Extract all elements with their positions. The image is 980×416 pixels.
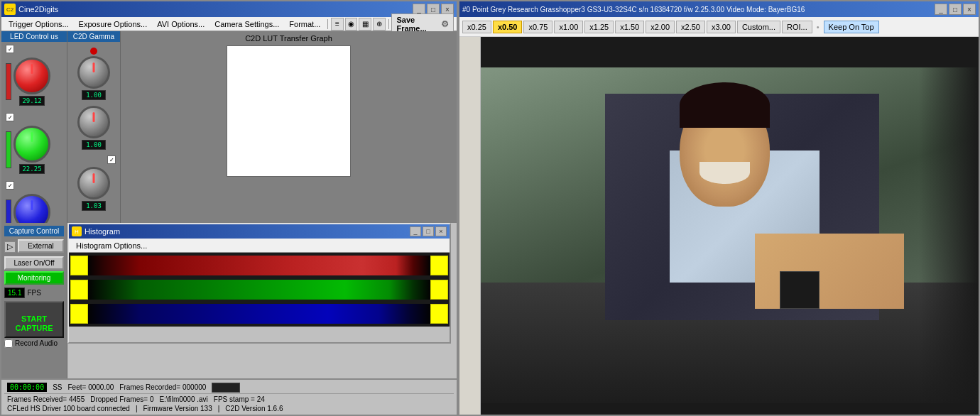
timecode-display: 00:00:00 — [7, 383, 47, 392]
zoom-025[interactable]: x0.25 — [462, 21, 491, 33]
blue-knob[interactable] — [13, 194, 50, 223]
app-title: Cine2Digits — [18, 5, 58, 13]
record-audio-checkbox[interactable] — [4, 339, 13, 348]
histogram-red-yellow-left — [70, 256, 88, 275]
lower-content: Capture Control ▷ External Laser On/Off … — [1, 223, 457, 378]
external-row: ▷ External — [4, 239, 64, 254]
right-app: #0 Point Grey Research Grasshopper3 GS3-… — [458, 0, 980, 416]
histogram-red-bar — [88, 256, 430, 275]
menu-format[interactable]: Format... — [285, 18, 325, 30]
zoom-125[interactable]: x1.25 — [584, 21, 614, 33]
gamma-dot-red — [90, 48, 97, 55]
gamma-knob-3[interactable]: 1.03 — [72, 167, 116, 211]
external-button[interactable]: External — [18, 239, 64, 253]
c2d-version: C2D Version 1.6.6 — [225, 405, 283, 412]
led-green-knob[interactable]: 22.25 — [13, 126, 50, 174]
zoom-200[interactable]: x2.00 — [646, 21, 675, 33]
red-knob-value: 29.12 — [19, 96, 44, 106]
right-tb-controls: _ □ × — [935, 4, 976, 15]
histogram-maximize[interactable]: □ — [423, 226, 434, 236]
right-close[interactable]: × — [963, 4, 976, 15]
led-blue-knob[interactable]: 107.5 — [13, 194, 50, 223]
gamma-knob-outer-3[interactable] — [77, 167, 110, 199]
led-red-row: ✓ — [6, 45, 62, 55]
toolbar-icon-2[interactable]: ◉ — [345, 18, 358, 31]
zoom-050[interactable]: x0.50 — [493, 21, 523, 33]
histogram-green-container — [70, 278, 448, 301]
fps-label: FPS — [27, 289, 40, 297]
led-red-check[interactable]: ✓ — [6, 45, 14, 53]
histogram-red-channel — [88, 256, 430, 275]
gamma-knob-value-3: 1.03 — [82, 201, 106, 211]
status-row-3: CFLed HS Driver 100 board connected | Fi… — [4, 404, 454, 413]
toolbar-icon-1[interactable]: ≡ — [331, 18, 344, 31]
green-side-bar — [6, 131, 11, 168]
right-minimize[interactable]: _ — [935, 4, 947, 15]
red-side-bar — [6, 63, 11, 100]
save-frame-label: Save Frame... — [396, 16, 439, 33]
gamma-knob-value-2: 1.00 — [82, 140, 106, 150]
toolbar-icon-3[interactable]: ▦ — [359, 18, 371, 31]
led-blue-check[interactable]: ✓ — [6, 181, 14, 190]
histogram-blue-channel — [88, 304, 430, 324]
histogram-menu: Histogram Options... — [69, 239, 450, 253]
menu-camera-settings[interactable]: Camera Settings... — [210, 18, 283, 30]
dropped-frames: Dropped Frames= 0 — [90, 395, 153, 403]
menu-separator — [327, 19, 328, 29]
histogram-options[interactable]: Histogram Options... — [72, 240, 151, 251]
histogram-green-channel — [88, 280, 430, 300]
monitoring-button[interactable]: Monitoring — [4, 271, 64, 285]
red-knob[interactable] — [13, 58, 50, 94]
histogram-green-yellow-left — [70, 280, 88, 300]
menu-avi-options[interactable]: AVI Options... — [153, 18, 209, 30]
start-capture-button[interactable]: START CAPTURE — [4, 301, 64, 338]
zoom-100[interactable]: x1.00 — [554, 21, 583, 33]
led-red-knob[interactable]: 29.12 — [13, 58, 50, 106]
frames-recorded: Frames Recorded= 000000 — [119, 383, 206, 391]
status-row-1: 00:00:00 SS Feet= 0000.00 Frames Recorde… — [4, 381, 454, 394]
frames-input[interactable] — [212, 383, 240, 393]
lut-graph — [227, 45, 351, 177]
zoom-separator: • — [814, 23, 822, 31]
title-bar-left: C2 Cine2Digits — [4, 4, 58, 15]
file-path: E:\film0000 .avi — [159, 395, 207, 403]
zoom-075[interactable]: x0.75 — [523, 21, 552, 33]
gamma-knob-outer-1[interactable] — [77, 56, 110, 89]
ss-label: SS — [53, 383, 62, 391]
led-panel-title: LED Control us — [1, 31, 67, 42]
zoom-250[interactable]: x2.50 — [676, 21, 705, 33]
film-right-fade — [919, 37, 979, 415]
zoom-150[interactable]: x1.50 — [615, 21, 644, 33]
menu-trigger-options[interactable]: Trigger Options... — [4, 18, 73, 30]
keep-on-top-button[interactable]: Keep On Top — [824, 21, 879, 33]
gamma-knob-outer-2[interactable] — [77, 106, 110, 138]
gear-icon: ⚙ — [441, 19, 449, 29]
person-hair — [680, 82, 769, 128]
zoom-roi[interactable]: ROI... — [782, 21, 812, 33]
histogram-close[interactable]: × — [435, 226, 447, 236]
menu-separator-2 — [388, 19, 389, 29]
film-border-left — [459, 37, 481, 415]
zoom-custom[interactable]: Custom... — [737, 21, 780, 33]
left-app: C2 Cine2Digits _ □ × Trigger Options... … — [0, 0, 458, 416]
gamma-check[interactable]: ✓ — [107, 155, 116, 164]
zoom-300[interactable]: x3.00 — [707, 21, 736, 33]
toolbar-icon-4[interactable]: ⊕ — [373, 18, 386, 31]
external-icon: ▷ — [4, 241, 16, 253]
fps-display: 15.1 — [4, 288, 25, 298]
app-icon: C2 — [4, 4, 16, 15]
green-knob-indicator — [31, 132, 33, 142]
led-green-check[interactable]: ✓ — [6, 113, 14, 121]
green-knob[interactable] — [13, 126, 50, 163]
right-maximize[interactable]: □ — [949, 4, 962, 15]
laser-button[interactable]: Laser On/Off — [4, 256, 64, 270]
gamma-knob-2[interactable]: 1.00 — [72, 106, 116, 150]
menu-exposure-options[interactable]: Exposure Options... — [75, 18, 152, 30]
gamma-knob-value-1: 1.00 — [82, 90, 106, 100]
gamma-knob-1[interactable]: 1.00 — [72, 48, 116, 100]
red-knob-indicator — [31, 64, 33, 74]
histogram-content — [69, 253, 450, 327]
start-capture-label: START CAPTURE — [15, 314, 53, 332]
left-title-bar: C2 Cine2Digits _ □ × — [1, 1, 457, 17]
histogram-minimize[interactable]: _ — [410, 226, 421, 236]
